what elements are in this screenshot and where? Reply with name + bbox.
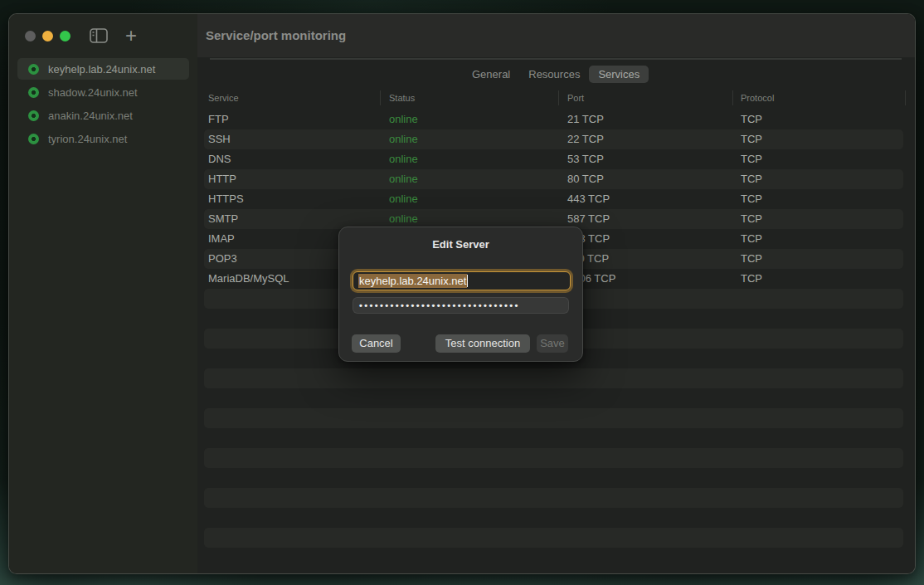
server-status-dot-icon: [28, 134, 39, 144]
cell-protocol: TCP: [741, 149, 762, 169]
test-connection-button[interactable]: Test connection: [435, 334, 530, 353]
cell-service: MariaDB/MySQL: [208, 269, 289, 289]
sidebar-toggle-icon[interactable]: [90, 28, 108, 43]
minimize-button[interactable]: [42, 31, 53, 41]
server-status-dot-icon: [28, 110, 39, 121]
app-window: + keyhelp.lab.24unix.netshadow.24unix.ne…: [8, 13, 916, 574]
add-server-button[interactable]: +: [123, 24, 139, 47]
main-panel: Service/port monitoring GeneralResources…: [197, 14, 916, 574]
server-list: keyhelp.lab.24unix.netshadow.24unix.neta…: [9, 58, 197, 151]
zoom-button[interactable]: [60, 31, 71, 41]
cell-service: IMAP: [208, 229, 235, 249]
server-name-label: tyrion.24unix.net: [48, 133, 127, 145]
table-row-empty: [204, 388, 903, 408]
cell-service: POP3: [208, 249, 237, 269]
table-row[interactable]: HTTPSonline443 TCPTCP: [204, 189, 903, 209]
table-row[interactable]: DNSonline53 TCPTCP: [204, 149, 903, 169]
cell-service: FTP: [208, 110, 229, 129]
table-row-empty: [204, 408, 903, 428]
cell-protocol: TCP: [741, 209, 762, 229]
text-caret: [467, 275, 468, 287]
cell-service: HTTP: [208, 169, 236, 189]
dialog-title: Edit Server: [339, 238, 582, 251]
table-row-empty: [204, 528, 903, 548]
host-input[interactable]: keyhelp.lab.24unix.net: [353, 271, 571, 290]
server-name-label: shadow.24unix.net: [48, 86, 138, 99]
table-row-empty: [204, 428, 903, 448]
cell-protocol: TCP: [741, 189, 762, 209]
cell-port: 80 TCP: [567, 169, 604, 189]
cell-service: SMTP: [208, 209, 238, 229]
cell-protocol: TCP: [741, 169, 762, 189]
table-row-empty: [204, 508, 903, 528]
table-row-empty: [204, 448, 903, 468]
cell-service: DNS: [208, 149, 231, 169]
dialog-buttons: CancelTest connectionSave: [339, 334, 582, 353]
close-button[interactable]: [25, 31, 36, 41]
server-name-label: anakin.24unix.net: [48, 110, 133, 122]
cell-protocol: TCP: [741, 269, 762, 289]
cell-status: online: [389, 149, 418, 169]
cancel-button[interactable]: Cancel: [352, 334, 401, 353]
host-input-selected-text: keyhelp.lab.24unix.net: [358, 274, 467, 288]
table-row-empty: [204, 368, 903, 388]
sidebar: + keyhelp.lab.24unix.netshadow.24unix.ne…: [9, 14, 197, 573]
traffic-lights: +: [9, 14, 197, 57]
save-button: Save: [537, 334, 568, 353]
cell-port: 22 TCP: [567, 129, 604, 149]
table-row-empty: [204, 468, 903, 488]
table-row-empty: [204, 488, 903, 508]
table-row[interactable]: HTTPonline80 TCPTCP: [204, 169, 903, 189]
table-row[interactable]: FTPonline21 TCPTCP: [204, 110, 903, 129]
table-row[interactable]: SSHonline22 TCPTCP: [204, 129, 903, 149]
cell-protocol: TCP: [741, 110, 762, 129]
cell-service: SSH: [208, 129, 231, 149]
server-status-dot-icon: [28, 87, 39, 98]
server-name-label: keyhelp.lab.24unix.net: [48, 63, 155, 76]
server-status-dot-icon: [28, 64, 39, 75]
cell-status: online: [389, 129, 418, 149]
cell-port: 443 TCP: [567, 189, 610, 209]
cell-status: online: [389, 169, 418, 189]
sidebar-item-server[interactable]: tyrion.24unix.net: [17, 128, 189, 149]
cell-status: online: [389, 110, 418, 129]
cell-port: 53 TCP: [567, 149, 604, 169]
cell-status: online: [389, 189, 418, 209]
sidebar-item-server[interactable]: shadow.24unix.net: [17, 81, 189, 103]
cell-service: HTTPS: [208, 189, 244, 209]
cell-protocol: TCP: [741, 229, 762, 249]
sidebar-item-server[interactable]: keyhelp.lab.24unix.net: [17, 58, 189, 80]
edit-server-dialog: Edit Server keyhelp.lab.24unix.net •••••…: [338, 227, 583, 362]
cell-port: 21 TCP: [567, 110, 604, 129]
desktop-wallpaper: + keyhelp.lab.24unix.netshadow.24unix.ne…: [0, 0, 924, 585]
cell-protocol: TCP: [741, 249, 762, 269]
sidebar-item-server[interactable]: anakin.24unix.net: [17, 105, 189, 126]
password-input[interactable]: •••••••••••••••••••••••••••••••: [353, 297, 569, 314]
password-masked-value: •••••••••••••••••••••••••••••••: [359, 300, 520, 310]
cell-protocol: TCP: [741, 129, 762, 149]
